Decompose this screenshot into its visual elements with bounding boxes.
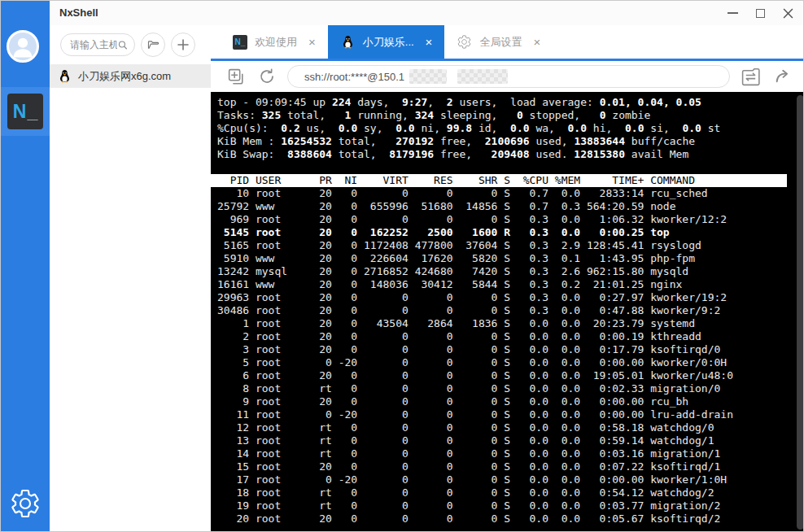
process-row: 16161 www 20 0 148036 30412 5844 S 0.3 0… [217, 278, 804, 291]
tab-underline [211, 59, 804, 61]
process-row: 15 root 20 0 0 0 0 S 0.0 0.0 0:07.22 kso… [217, 460, 804, 473]
process-row: 2 root 20 0 0 0 0 S 0.0 0.0 0:00.19 kthr… [217, 330, 804, 343]
close-icon [783, 8, 793, 19]
terminal-scrollbar-thumb[interactable] [797, 95, 804, 530]
address-bar[interactable]: ssh://root:****@150.1 [287, 65, 730, 88]
terminal[interactable]: top - 09:09:45 up 224 days, 9:27, 2 user… [211, 92, 804, 532]
left-rail: N_ [1, 1, 50, 532]
process-row: 5145 root 20 0 162252 2500 1600 R 0.3 0.… [217, 226, 804, 239]
process-row: 6 root 20 0 0 0 0 S 0.0 0.0 19:05.01 kwo… [217, 369, 804, 382]
tab-label: 小刀娱乐... [363, 35, 414, 50]
process-row: 13 root rt 0 0 0 0 S 0.0 0.0 0:59.14 wat… [217, 434, 804, 447]
terminal-summary-line: KiB Mem : 16254532 total, 270192 free, 2… [217, 135, 804, 148]
ssh-address: ssh://root:****@150.1 [304, 71, 404, 83]
nxshell-window: N_ NxShell [0, 0, 804, 532]
user-avatar[interactable] [7, 30, 39, 63]
process-row: 9 root 20 0 0 0 0 S 0.0 0.0 0:00.00 rcu_… [217, 395, 804, 408]
tab-close-icon[interactable]: × [533, 36, 540, 48]
process-row: 3 root 20 0 0 0 0 S 0.0 0.0 0:17.79 ksof… [217, 343, 804, 356]
tab-close-icon[interactable]: × [308, 36, 316, 48]
search-icon [117, 39, 129, 51]
process-row: 1 root 20 0 43504 2864 1836 S 0.0 0.0 20… [217, 317, 804, 330]
redo-forward-button[interactable] [773, 67, 793, 87]
process-row: 17 root 0 -20 0 0 0 S 0.0 0.0 0:00.00 kw… [217, 473, 804, 486]
terminal-summary-line: top - 09:09:45 up 224 days, 9:27, 2 user… [217, 96, 804, 109]
process-row: 5165 root 20 0 1172408 477800 37604 S 0.… [217, 239, 804, 252]
process-row: 20 root 20 0 0 0 0 S 0.0 0.0 0:05.67 kso… [217, 512, 804, 525]
process-row: 5 root 0 -20 0 0 0 S 0.0 0.0 0:00.00 kwo… [217, 356, 804, 369]
tab-welcome[interactable]: N_ 欢迎使用 × [221, 25, 328, 59]
process-row: 13242 mysql 20 0 2716852 424680 7420 S 0… [217, 265, 804, 278]
workspace-tile-nxshell[interactable]: N_ [7, 94, 43, 129]
process-row: 10 root 20 0 0 0 0 S 0.7 0.0 2833:14 rcu… [217, 187, 804, 200]
host-panel-toolbar [50, 25, 211, 64]
sftp-transfer-button[interactable] [741, 67, 762, 86]
host-item-label: 小刀娱乐网x6g.com [78, 69, 171, 84]
host-search[interactable] [60, 33, 135, 56]
process-row: 29963 root 20 0 0 0 0 S 0.3 0.0 0:27.97 … [217, 291, 804, 304]
process-table-header: PID USER PR NI VIRT RES SHR S %CPU %MEM … [211, 174, 787, 187]
minimize-button[interactable] [719, 1, 746, 25]
tab-bar: N_ 欢迎使用 × 小刀娱乐... × 全局设置 × [211, 25, 804, 61]
process-row: 5910 www 20 0 226604 17620 5820 S 0.3 0.… [217, 252, 804, 265]
plus-icon [177, 38, 190, 51]
process-row: 18 root rt 0 0 0 0 S 0.0 0.0 0:54.12 wat… [217, 486, 804, 499]
search-input[interactable] [70, 39, 117, 50]
tab-label: 欢迎使用 [255, 35, 297, 50]
close-button[interactable] [774, 1, 802, 25]
host-panel: 小刀娱乐网x6g.com [50, 25, 211, 532]
host-list-item[interactable]: 小刀娱乐网x6g.com [50, 64, 211, 88]
logo-letter: N [13, 101, 27, 123]
tab-ssh-session[interactable]: 小刀娱乐... × [328, 25, 445, 59]
tux-penguin-icon [340, 34, 356, 50]
process-row: 19 root rt 0 0 0 0 S 0.0 0.0 0:03.77 mig… [217, 499, 804, 512]
process-row: 969 root 20 0 0 0 0 S 0.3 0.0 1:06.32 kw… [217, 213, 804, 226]
maximize-icon [756, 9, 765, 18]
process-row: 14 root rt 0 0 0 0 S 0.0 0.0 0:03.16 mig… [217, 447, 804, 460]
session-toolbar: ssh://root:****@150.1 [211, 61, 804, 92]
logo-underscore: _ [27, 101, 37, 123]
settings-gear-icon[interactable] [9, 487, 42, 520]
folder-icon [146, 38, 160, 52]
terminal-summary-line: %Cpu(s): 0.2 us, 0.0 sy, 0.0 ni, 99.8 id… [217, 122, 804, 135]
process-row: 25792 www 20 0 655996 51680 14856 S 0.7 … [217, 200, 804, 213]
process-row: 11 root 0 -20 0 0 0 S 0.0 0.0 0:00.00 lr… [217, 408, 804, 421]
nxshell-logo-icon: N_ [233, 35, 247, 50]
terminal-summary-line: Tasks: 325 total, 1 running, 324 sleepin… [217, 109, 804, 122]
app-title: NxShell [59, 1, 98, 25]
process-row: 30486 root 20 0 0 0 0 S 0.3 0.0 0:47.88 … [217, 304, 804, 317]
maximize-button[interactable] [746, 1, 774, 25]
terminal-output: top - 09:09:45 up 224 days, 9:27, 2 user… [217, 96, 804, 525]
terminal-summary-line: KiB Swap: 8388604 total, 8179196 free, 2… [217, 148, 804, 161]
content-area: N_ 欢迎使用 × 小刀娱乐... × 全局设置 × [211, 25, 804, 532]
tux-penguin-icon [57, 68, 72, 84]
reconnect-refresh-button[interactable] [257, 67, 277, 86]
duplicate-tab-button[interactable] [226, 67, 247, 87]
open-folder-button[interactable] [141, 33, 165, 57]
tab-label: 全局设置 [479, 35, 522, 50]
gear-icon [457, 34, 472, 50]
add-host-button[interactable] [171, 33, 195, 57]
process-row: 12 root rt 0 0 0 0 S 0.0 0.0 0:58.18 wat… [217, 421, 804, 434]
titlebar: NxShell [50, 1, 804, 25]
minimize-icon [728, 12, 738, 14]
tab-global-settings[interactable]: 全局设置 × [444, 25, 553, 59]
redacted-host-blur [457, 69, 508, 84]
process-row: 8 root rt 0 0 0 0 S 0.0 0.0 0:02.33 migr… [217, 382, 804, 395]
window-controls [719, 1, 802, 25]
redacted-host-blur [409, 69, 447, 84]
tab-close-icon[interactable]: × [426, 36, 433, 48]
person-icon [9, 33, 37, 60]
